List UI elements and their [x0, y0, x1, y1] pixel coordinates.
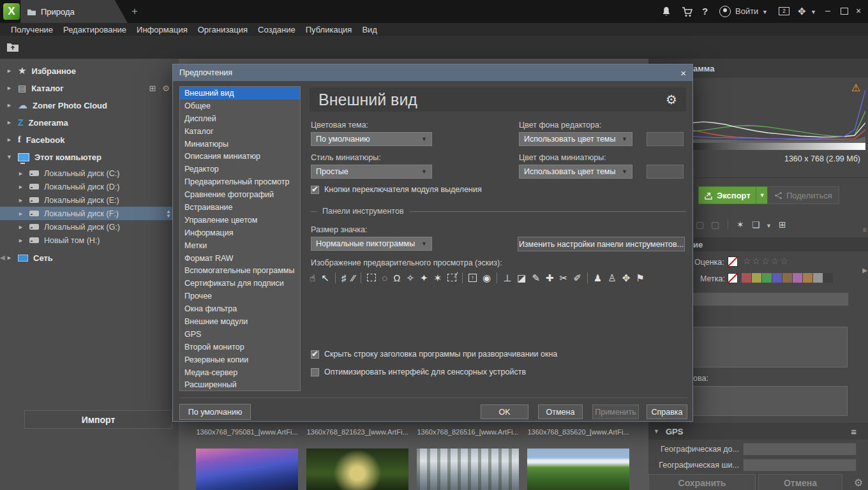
cancel-button[interactable]: Отмена — [758, 474, 842, 490]
filmstrip-thumbnail[interactable] — [417, 449, 519, 490]
export-button[interactable]: Экспорт ▼ — [698, 186, 769, 204]
fullscreen-icon[interactable]: ✥ — [798, 6, 806, 17]
ok-button[interactable]: OK — [481, 405, 528, 419]
gps-collapse-icon[interactable]: ▼ — [654, 428, 659, 434]
default-button[interactable]: По умолчанию — [179, 404, 251, 420]
settings-section-10[interactable]: Управление цветом — [180, 214, 300, 226]
cart-icon[interactable] — [682, 7, 692, 17]
add-folder-icon[interactable]: ⊞ — [149, 84, 156, 93]
settings-section-8[interactable]: Сравнение фотографий — [180, 188, 300, 201]
settings-section-16[interactable]: Прочее — [180, 290, 300, 302]
settings-section-1[interactable]: Общее — [180, 100, 300, 112]
straighten-icon[interactable]: ⁄⁄ — [352, 273, 355, 283]
label-color-7[interactable] — [813, 273, 823, 283]
filmstrip-item-1[interactable]: 1360x768_821623_[www.ArtFi... — [303, 422, 412, 490]
import-button[interactable]: Импорт — [24, 410, 172, 429]
magnetic-lasso-icon[interactable]: ✦ — [420, 273, 428, 283]
expand-arrow-icon[interactable]: ► — [18, 184, 24, 190]
sidebar-item-0[interactable]: ►★Избранное — [0, 63, 179, 78]
gps-menu-icon[interactable]: ≡ — [851, 426, 857, 437]
export-chevron-icon[interactable]: ▼ — [756, 187, 768, 204]
quick-edit-wand-icon[interactable]: ✶ — [737, 219, 744, 230]
editor-bg-swatch[interactable] — [647, 132, 684, 146]
move-tool-icon[interactable]: ✥ — [622, 273, 631, 283]
settings-section-13[interactable]: Формат RAW — [180, 252, 300, 265]
deskew-tool-icon[interactable]: ⚑ — [636, 273, 644, 283]
sidebar-drive-2[interactable]: ►Локальный диск (E:) — [0, 193, 179, 207]
thumb-style-select[interactable]: Простые▼ — [311, 165, 432, 179]
panel-gear-icon[interactable]: ⚙ — [854, 477, 863, 489]
iron-icon[interactable]: ◪ — [517, 273, 526, 283]
help-icon[interactable]: ? — [702, 6, 708, 17]
apply-button[interactable]: Применить — [592, 405, 639, 419]
second-monitor-icon[interactable]: 2 — [779, 7, 789, 15]
settings-section-4[interactable]: Миниатюры — [180, 138, 300, 151]
hand-tool-icon[interactable]: ☝ — [310, 273, 315, 283]
module-switch-checkbox-row[interactable]: Кнопки переключателя модуля выделения — [311, 185, 482, 194]
polygon-lasso-icon[interactable]: ✧ — [406, 273, 414, 283]
maximize-button[interactable] — [841, 8, 848, 15]
settings-section-7[interactable]: Предварительный просмотр — [180, 175, 300, 188]
label-color-8[interactable] — [823, 273, 833, 283]
expand-arrow-icon[interactable]: ► — [6, 102, 13, 108]
filmstrip-item-2[interactable]: 1360x768_826516_[www.ArtFi... — [413, 422, 523, 490]
toolbar-settings-button[interactable]: Изменить настройки панели инструментов..… — [518, 237, 685, 251]
sidebar-drive-5[interactable]: ►Новый том (H:) — [0, 234, 179, 247]
sidebar-item-3[interactable]: ►ZZonerama — [0, 115, 179, 130]
checkbox-checked-icon[interactable] — [311, 350, 319, 359]
thumb-bg-select[interactable]: Использовать цвет темы▼ — [519, 165, 632, 179]
ellipse-selection-icon[interactable]: ◌ — [382, 273, 387, 283]
settings-section-21[interactable]: Резервные копии — [180, 353, 300, 366]
dialog-close-icon[interactable]: × — [680, 68, 686, 78]
copy-doc-icon[interactable]: ▢ — [711, 219, 719, 230]
menu-item-3[interactable]: Организация — [193, 24, 252, 35]
settings-section-18[interactable]: Внешние модули — [180, 315, 300, 328]
sidebar-collapse-icon[interactable]: ◀ — [0, 254, 5, 261]
expand-arrow-icon[interactable]: ► — [6, 68, 13, 74]
settings-section-23[interactable]: Расширенный — [180, 378, 300, 391]
sidebar-item-5[interactable]: ▼Этот компьютер — [0, 149, 179, 165]
notifications-bell-icon[interactable] — [661, 6, 671, 17]
icon-size-select[interactable]: Нормальные пиктограммы▼ — [311, 237, 432, 251]
settings-section-2[interactable]: Дисплей — [180, 112, 300, 125]
crop-icon[interactable]: ♯ — [341, 273, 347, 283]
label-color-1[interactable] — [752, 273, 761, 283]
hide-titlebar-checkbox-row[interactable]: Скрыть строку заголовка программы при ра… — [311, 350, 557, 359]
magic-wand-icon[interactable]: ✶ — [434, 273, 442, 283]
expand-arrow-icon[interactable]: ► — [18, 224, 24, 230]
label-color-0[interactable] — [742, 273, 751, 283]
filmstrip-thumbnail[interactable] — [306, 449, 408, 490]
label-none-swatch[interactable] — [728, 273, 738, 283]
rating-none-swatch[interactable] — [728, 256, 738, 267]
menu-item-5[interactable]: Публикация — [301, 24, 357, 35]
menu-item-6[interactable]: Вид — [357, 24, 382, 35]
settings-section-11[interactable]: Информация — [180, 226, 300, 239]
signin-chevron-icon[interactable]: ▼ — [762, 9, 768, 15]
folder-up-icon[interactable] — [6, 41, 19, 52]
label-color-5[interactable] — [793, 273, 802, 283]
sidebar-drive-1[interactable]: ►Локальный диск (D:) — [0, 180, 179, 193]
retouch-brush-icon[interactable]: ✐ — [573, 273, 581, 283]
settings-section-19[interactable]: GPS — [180, 328, 300, 341]
expand-arrow-icon[interactable]: ► — [18, 211, 24, 217]
menu-item-0[interactable]: Получение — [6, 24, 57, 35]
rect-selection-icon[interactable] — [367, 274, 376, 281]
settings-section-9[interactable]: Встраивание — [180, 201, 300, 214]
settings-section-22[interactable]: Медиа-сервер — [180, 366, 300, 379]
settings-section-5[interactable]: Описания миниатюр — [180, 150, 300, 163]
expand-arrow-icon[interactable]: ▼ — [6, 154, 13, 160]
label-color-2[interactable] — [762, 273, 772, 283]
folder-tab[interactable]: Природа — [20, 0, 128, 23]
clone-stamp-icon[interactable]: ⊥ — [503, 273, 511, 283]
add-preset-icon[interactable]: ⊞ — [779, 219, 786, 230]
expand-arrow-icon[interactable]: ► — [6, 255, 13, 261]
sidebar-drive-3[interactable]: ►Локальный диск (F:)▲▼ — [0, 207, 179, 220]
filmstrip-thumbnail[interactable] — [196, 449, 298, 490]
expand-arrow-icon[interactable]: ► — [18, 170, 24, 177]
expand-arrow-icon[interactable]: ► — [6, 85, 13, 91]
label-color-6[interactable] — [803, 273, 812, 283]
selection-arrow-icon[interactable]: ↖ — [321, 273, 329, 283]
settings-section-14[interactable]: Вспомогательные программы — [180, 264, 300, 277]
label-color-3[interactable] — [772, 273, 782, 283]
eye-icon[interactable]: ◉ — [483, 273, 491, 283]
